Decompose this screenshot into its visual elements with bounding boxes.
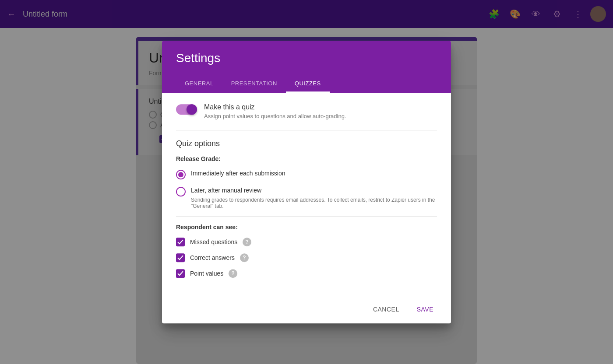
toggle-sublabel: Assign point values to questions and all… [204,113,346,119]
tab-quizzes[interactable]: QUIZZES [286,74,330,93]
radio-later-label: Later, after manual review [191,186,437,195]
radio-immediately[interactable]: Immediately after each submission [176,169,437,179]
radio-immediately-circle [176,170,186,179]
toggle-label: Make this a quiz [204,103,346,111]
modal-footer: CANCEL SAVE [162,295,451,323]
radio-later-text: Later, after manual review Sending grade… [191,186,437,209]
radio-immediately-label: Immediately after each submission [191,169,285,178]
modal-body: Make this a quiz Assign point values to … [162,93,451,295]
checkbox-correct-label: Correct answers [190,254,235,261]
quiz-options-heading: Quiz options [176,139,437,148]
radio-later[interactable]: Later, after manual review Sending grade… [176,186,437,209]
checkbox-correct[interactable]: Correct answers ? [176,253,437,262]
checkbox-points-label: Point values [190,270,223,277]
toggle-thumb [187,104,197,115]
tab-presentation[interactable]: PRESENTATION [222,74,286,93]
modal-header: Settings GENERAL PRESENTATION QUIZZES [162,41,451,93]
checkbox-points-box [176,269,185,278]
tab-general[interactable]: GENERAL [176,74,222,93]
checkbox-missed-box [176,238,185,246]
save-button[interactable]: SAVE [410,302,440,316]
settings-modal: Settings GENERAL PRESENTATION QUIZZES Ma… [162,41,451,323]
release-grade-label: Release Grade: [176,155,437,162]
checkbox-correct-box [176,253,185,262]
cancel-button[interactable]: CANCEL [366,302,406,316]
radio-later-circle [176,187,186,196]
points-help-icon[interactable]: ? [229,269,237,278]
respondent-can-see-label: Respondent can see: [176,224,437,231]
checkbox-missed-label: Missed questions [190,238,237,245]
checkbox-points[interactable]: Point values ? [176,269,437,278]
toggle-text: Make this a quiz Assign point values to … [204,103,346,119]
modal-tabs: GENERAL PRESENTATION QUIZZES [176,74,437,93]
missed-help-icon[interactable]: ? [243,238,251,246]
divider [176,216,437,217]
correct-help-icon[interactable]: ? [240,253,249,262]
make-quiz-toggle[interactable] [176,104,197,115]
radio-later-sublabel: Sending grades to respondents requires e… [191,197,437,209]
make-quiz-toggle-row: Make this a quiz Assign point values to … [176,103,437,130]
checkbox-missed[interactable]: Missed questions ? [176,238,437,246]
radio-immediately-text: Immediately after each submission [191,169,285,178]
modal-title: Settings [176,51,437,65]
